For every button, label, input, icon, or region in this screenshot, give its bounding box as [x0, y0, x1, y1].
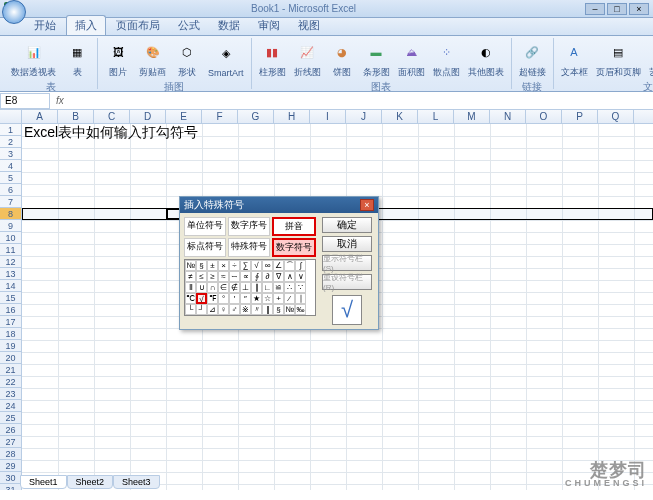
col-header-F[interactable]: F — [202, 110, 238, 123]
col-header-E[interactable]: E — [166, 110, 202, 123]
symbol-cell[interactable]: ∝ — [240, 271, 251, 282]
col-header-K[interactable]: K — [382, 110, 418, 123]
row-header-2[interactable]: 2 — [0, 136, 21, 148]
column-chart-button[interactable]: ▮▮柱形图 — [256, 38, 289, 80]
symbol-cell[interactable]: ∂ — [262, 271, 273, 282]
symbol-cell[interactable]: ∣ — [295, 293, 306, 304]
close-button[interactable]: × — [629, 3, 649, 15]
scatter-chart-button[interactable]: ⁘散点图 — [430, 38, 463, 80]
col-header-B[interactable]: B — [58, 110, 94, 123]
col-header-L[interactable]: L — [418, 110, 454, 123]
symbol-cell[interactable]: ∥ — [251, 282, 262, 293]
col-header-P[interactable]: P — [562, 110, 598, 123]
dialog-close-button[interactable]: × — [360, 199, 374, 211]
clipart-button[interactable]: 🎨剪贴画 — [136, 38, 169, 80]
symbol-cell[interactable]: ∪ — [196, 282, 207, 293]
tab-data[interactable]: 数据 — [210, 16, 248, 35]
symbol-cell[interactable]: ′ — [229, 293, 240, 304]
symbol-cell[interactable]: ⊿ — [207, 304, 218, 315]
pie-chart-button[interactable]: ◕饼图 — [326, 38, 358, 80]
symbol-cell[interactable]: ″ — [240, 293, 251, 304]
row-header-23[interactable]: 23 — [0, 388, 21, 400]
row-header-12[interactable]: 12 — [0, 256, 21, 268]
symbol-cell[interactable]: № — [284, 304, 295, 315]
symbol-cell[interactable]: ≤ — [196, 271, 207, 282]
symbol-cell[interactable]: ≌ — [273, 282, 284, 293]
symbol-cell[interactable]: ≠ — [185, 271, 196, 282]
symbol-cell[interactable]: ∽ — [229, 271, 240, 282]
category-special[interactable]: 特殊符号 — [228, 238, 270, 257]
col-header-O[interactable]: O — [526, 110, 562, 123]
symbol-cell[interactable]: └ — [185, 304, 196, 315]
symbol-cell[interactable]: ∠ — [273, 260, 284, 271]
symbol-cell[interactable]: ∨ — [295, 271, 306, 282]
row-header-27[interactable]: 27 — [0, 436, 21, 448]
tab-page-layout[interactable]: 页面布局 — [108, 16, 168, 35]
symbol-cell[interactable]: ∧ — [284, 271, 295, 282]
col-header-I[interactable]: I — [310, 110, 346, 123]
row-header-3[interactable]: 3 — [0, 148, 21, 160]
row-header-25[interactable]: 25 — [0, 412, 21, 424]
symbol-cell[interactable]: ∞ — [262, 260, 273, 271]
office-button[interactable] — [2, 0, 26, 24]
area-chart-button[interactable]: ⛰面积图 — [395, 38, 428, 80]
category-number[interactable]: 数字序号 — [228, 217, 270, 236]
symbol-cell[interactable]: ∴ — [284, 282, 295, 293]
symbol-cell[interactable]: ℃ — [185, 293, 196, 304]
symbol-cell[interactable]: ‰ — [295, 304, 306, 315]
smartart-button[interactable]: ◈SmartArt — [205, 40, 247, 79]
col-header-H[interactable]: H — [274, 110, 310, 123]
symbol-cell[interactable]: § — [273, 304, 284, 315]
symbol-cell[interactable]: ≈ — [218, 271, 229, 282]
row-header-9[interactable]: 9 — [0, 220, 21, 232]
symbol-cell[interactable]: ± — [207, 260, 218, 271]
symbol-cell[interactable]: × — [218, 260, 229, 271]
row-header-18[interactable]: 18 — [0, 328, 21, 340]
category-punctuation[interactable]: 标点符号 — [184, 238, 226, 257]
row-header-21[interactable]: 21 — [0, 364, 21, 376]
hyperlink-button[interactable]: 🔗超链接 — [516, 38, 549, 80]
textbox-button[interactable]: A文本框 — [558, 38, 591, 80]
sheet-tab-1[interactable]: Sheet1 — [20, 475, 67, 489]
symbol-cell[interactable]: ⊥ — [240, 282, 251, 293]
row-header-1[interactable]: 1 — [0, 124, 21, 136]
col-header-G[interactable]: G — [238, 110, 274, 123]
shapes-button[interactable]: ⬡形状 — [171, 38, 203, 80]
col-header-J[interactable]: J — [346, 110, 382, 123]
symbol-cell[interactable]: ∮ — [251, 271, 262, 282]
picture-button[interactable]: 🖼图片 — [102, 38, 134, 80]
symbol-cell[interactable]: √ — [251, 260, 262, 271]
symbol-cell[interactable]: ∑ — [240, 260, 251, 271]
symbol-cell[interactable]: ≥ — [207, 271, 218, 282]
row-header-22[interactable]: 22 — [0, 376, 21, 388]
bar-chart-button[interactable]: ▬条形图 — [360, 38, 393, 80]
row-header-6[interactable]: 6 — [0, 184, 21, 196]
symbol-cell[interactable]: ♀ — [218, 304, 229, 315]
row-header-13[interactable]: 13 — [0, 268, 21, 280]
minimize-button[interactable]: – — [585, 3, 605, 15]
symbol-cell[interactable]: ‖ — [262, 304, 273, 315]
select-all-corner[interactable] — [0, 110, 22, 123]
row-header-16[interactable]: 16 — [0, 304, 21, 316]
symbol-cell[interactable]: ∉ — [229, 282, 240, 293]
show-symbolbar-button[interactable]: 显示符号栏(S) — [322, 255, 372, 271]
symbol-cell[interactable]: ℉ — [207, 293, 218, 304]
row-header-28[interactable]: 28 — [0, 448, 21, 460]
tab-review[interactable]: 审阅 — [250, 16, 288, 35]
symbol-cell[interactable]: ° — [218, 293, 229, 304]
category-pinyin[interactable]: 拼音 — [272, 217, 316, 236]
row-header-7[interactable]: 7 — [0, 196, 21, 208]
tab-home[interactable]: 开始 — [26, 16, 64, 35]
symbol-cell[interactable]: ┘ — [196, 304, 207, 315]
pivot-table-button[interactable]: 📊数据透视表 — [8, 38, 59, 80]
row-header-19[interactable]: 19 — [0, 340, 21, 352]
symbol-cell[interactable]: ★ — [251, 293, 262, 304]
row-header-8[interactable]: 8 — [0, 208, 21, 220]
table-button[interactable]: ▦表 — [61, 38, 93, 80]
col-header-Q[interactable]: Q — [598, 110, 634, 123]
symbol-cell[interactable]: Ⅱ — [185, 282, 196, 293]
row-header-26[interactable]: 26 — [0, 424, 21, 436]
ok-button[interactable]: 确定 — [322, 217, 372, 233]
symbol-cell[interactable]: ∇ — [273, 271, 284, 282]
col-header-M[interactable]: M — [454, 110, 490, 123]
